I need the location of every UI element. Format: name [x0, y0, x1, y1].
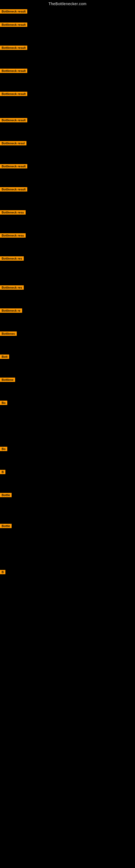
- bottleneck-badge-17: Bottlene: [0, 378, 15, 382]
- bottleneck-badge-22: Bottle: [0, 524, 12, 528]
- bottleneck-badge-2: Bottleneck result: [0, 23, 27, 27]
- bottleneck-badge-20: B: [0, 470, 5, 474]
- bottleneck-badge-18: Bo: [0, 401, 7, 405]
- bottleneck-badge-1: Bottleneck result: [0, 9, 27, 13]
- bottleneck-badge-5: Bottleneck result: [0, 92, 27, 96]
- bottleneck-badge-19: Bo: [0, 447, 7, 451]
- bottleneck-badge-21: Bottle: [0, 493, 12, 497]
- bottleneck-badge-14: Bottleneck re: [0, 308, 22, 313]
- bottleneck-badge-8: Bottleneck result: [0, 164, 27, 168]
- bottleneck-badge-15: Bottlenec: [0, 332, 17, 336]
- bottleneck-badge-16: Bott: [0, 354, 9, 359]
- bottleneck-badge-3: Bottleneck result: [0, 45, 27, 50]
- bottleneck-badge-9: Bottleneck result: [0, 187, 27, 191]
- bottleneck-badge-13: Bottleneck res: [0, 285, 24, 290]
- bottleneck-badge-23: B: [0, 570, 5, 574]
- site-title: TheBottlenecker.com: [0, 0, 135, 7]
- bottleneck-badge-11: Bottleneck resu: [0, 233, 26, 238]
- bottleneck-badge-10: Bottleneck resu: [0, 210, 26, 215]
- bottleneck-badge-4: Bottleneck result: [0, 69, 27, 73]
- bottleneck-badge-6: Bottleneck result: [0, 118, 27, 122]
- bottleneck-badge-7: Bottleneck resul: [0, 141, 27, 145]
- bottleneck-badge-12: Bottleneck res: [0, 256, 24, 261]
